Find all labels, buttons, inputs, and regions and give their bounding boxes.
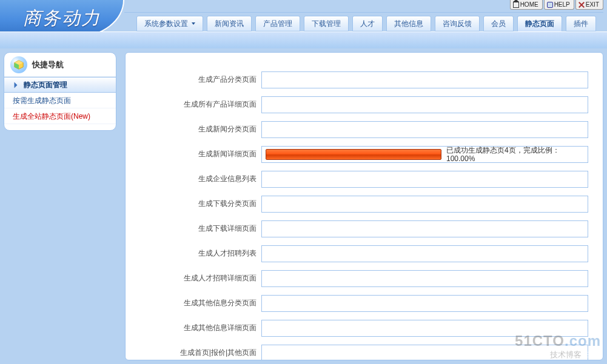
gen-row-label: 生成新闻详细页面 bbox=[140, 142, 261, 167]
tab-label: 咨询反馈 bbox=[443, 16, 472, 31]
gen-row-field[interactable] bbox=[261, 295, 588, 312]
gen-row-field[interactable] bbox=[261, 96, 588, 113]
gen-row-field[interactable] bbox=[261, 270, 588, 287]
tab-label: 其他信息 bbox=[394, 16, 423, 31]
generate-table: 生成产品分类页面生成所有产品详细页面生成新闻分类页面生成新闻详细页面已成功生成静… bbox=[140, 67, 588, 360]
sidebar-item-1[interactable]: 按需生成静态页面 bbox=[4, 93, 116, 108]
util-buttons: HOME HELP EXIT bbox=[510, 0, 603, 11]
sidebar-item-0[interactable]: 静态页面管理 bbox=[4, 77, 116, 93]
gen-row-1: 生成所有产品详细页面 bbox=[140, 92, 588, 117]
menu-bar-bg bbox=[0, 31, 607, 48]
tab-label: 静态页面 bbox=[525, 16, 554, 31]
gen-row-field-cell bbox=[261, 216, 588, 241]
main-panel: 生成产品分类页面生成所有产品详细页面生成新闻分类页面生成新闻详细页面已成功生成静… bbox=[125, 52, 603, 360]
gen-row-field-cell bbox=[261, 67, 588, 92]
tab-4[interactable]: 人才 bbox=[352, 16, 383, 31]
gen-row-label: 生成所有产品详细页面 bbox=[140, 92, 261, 117]
gen-row-label: 生成产品分类页面 bbox=[140, 67, 261, 92]
gen-row-field[interactable] bbox=[261, 71, 588, 88]
tab-label: 插件 bbox=[574, 16, 588, 31]
gen-row-label: 生成企业信息列表 bbox=[140, 167, 261, 191]
gen-row-field-cell bbox=[261, 191, 588, 216]
gen-row-field[interactable] bbox=[261, 320, 588, 337]
exit-label: EXIT bbox=[586, 1, 599, 9]
progress-bar bbox=[266, 149, 441, 160]
gen-row-label: 生成首页|报价|其他页面 bbox=[140, 340, 261, 360]
gen-row-label: 生成其他信息分类页面 bbox=[140, 291, 261, 316]
gen-row-field[interactable] bbox=[261, 196, 588, 213]
tab-0[interactable]: 系统参数设置 bbox=[136, 16, 203, 31]
gen-row-field[interactable] bbox=[261, 345, 588, 360]
gen-row-3: 生成新闻详细页面已成功生成静态页4页，完成比例：100.00% bbox=[140, 142, 588, 167]
exit-button[interactable]: EXIT bbox=[575, 0, 603, 10]
gen-row-label: 生成下载分类页面 bbox=[140, 191, 261, 216]
gen-row-field-cell: 已成功生成静态页4页，完成比例：100.00% bbox=[261, 142, 588, 167]
gen-row-5: 生成下载分类页面 bbox=[140, 191, 588, 216]
main-scroll[interactable]: 生成产品分类页面生成所有产品详细页面生成新闻分类页面生成新闻详细页面已成功生成静… bbox=[126, 53, 603, 360]
tab-label: 人才 bbox=[360, 16, 375, 31]
tab-7[interactable]: 会员 bbox=[483, 16, 514, 31]
tab-5[interactable]: 其他信息 bbox=[386, 16, 431, 31]
chevron-right-icon bbox=[13, 84, 20, 87]
help-label: HELP bbox=[554, 1, 570, 9]
gen-row-4: 生成企业信息列表 bbox=[140, 167, 588, 191]
sidebar-title: 快捷导航 bbox=[32, 59, 64, 70]
gen-row-field-cell bbox=[261, 117, 588, 142]
sidebar-items: 静态页面管理按需生成静态页面生成全站静态页面(New) bbox=[4, 77, 116, 124]
main-tabs: 系统参数设置新闻资讯产品管理下载管理人才其他信息咨询反馈会员静态页面插件 bbox=[124, 12, 603, 31]
tab-label: 新闻资讯 bbox=[215, 16, 244, 31]
tab-3[interactable]: 下载管理 bbox=[304, 16, 349, 31]
app-title: 商务动力 bbox=[23, 6, 101, 31]
gen-row-field[interactable]: 已成功生成静态页4页，完成比例：100.00% bbox=[261, 146, 588, 163]
gen-row-0: 生成产品分类页面 bbox=[140, 67, 588, 92]
home-button[interactable]: HOME bbox=[510, 0, 543, 10]
sidebar: 快捷导航 静态页面管理按需生成静态页面生成全站静态页面(New) bbox=[4, 52, 116, 131]
gen-row-field-cell bbox=[261, 340, 588, 360]
sidebar-item-label: 生成全站静态页面(New) bbox=[13, 108, 90, 124]
gen-row-field-cell bbox=[261, 316, 588, 340]
sidebar-pad bbox=[4, 124, 116, 130]
gen-row-label: 生成下载详细页面 bbox=[140, 216, 261, 241]
gen-row-label: 生成人才招聘详细页面 bbox=[140, 266, 261, 291]
gen-row-field[interactable] bbox=[261, 121, 588, 138]
gen-row-field-cell bbox=[261, 167, 588, 191]
tab-6[interactable]: 咨询反馈 bbox=[435, 16, 480, 31]
home-icon bbox=[513, 2, 519, 8]
tab-8[interactable]: 静态页面 bbox=[517, 16, 562, 31]
chevron-down-icon bbox=[192, 22, 195, 25]
gen-row-label: 生成新闻分类页面 bbox=[140, 117, 261, 142]
tab-9[interactable]: 插件 bbox=[566, 16, 596, 31]
help-button[interactable]: HELP bbox=[544, 0, 574, 10]
quicknav-icon bbox=[10, 56, 27, 73]
gen-row-field-cell bbox=[261, 291, 588, 316]
tab-label: 会员 bbox=[491, 16, 506, 31]
progress-status: 已成功生成静态页4页，完成比例：100.00% bbox=[446, 146, 584, 163]
topbar: HOME HELP EXIT 商务动力 系统参数设置新闻资讯产品管理下载管理人才… bbox=[0, 0, 607, 48]
gen-row-2: 生成新闻分类页面 bbox=[140, 117, 588, 142]
tab-label: 下载管理 bbox=[312, 16, 341, 31]
tab-label: 产品管理 bbox=[263, 16, 292, 31]
gen-row-8: 生成人才招聘详细页面 bbox=[140, 266, 588, 291]
gen-row-field-cell bbox=[261, 266, 588, 291]
gen-row-11: 生成首页|报价|其他页面 bbox=[140, 340, 588, 360]
gen-row-field-cell bbox=[261, 92, 588, 117]
gen-row-field[interactable] bbox=[261, 220, 588, 237]
gen-row-7: 生成人才招聘列表 bbox=[140, 241, 588, 266]
home-label: HOME bbox=[520, 1, 538, 9]
gen-row-10: 生成其他信息详细页面 bbox=[140, 316, 588, 340]
help-icon bbox=[547, 2, 553, 8]
tab-1[interactable]: 新闻资讯 bbox=[207, 16, 252, 31]
tab-label: 系统参数设置 bbox=[144, 16, 188, 31]
gen-row-6: 生成下载详细页面 bbox=[140, 216, 588, 241]
gen-row-9: 生成其他信息分类页面 bbox=[140, 291, 588, 316]
sidebar-item-label: 静态页面管理 bbox=[24, 77, 67, 93]
exit-icon bbox=[578, 2, 585, 8]
gen-row-field-cell bbox=[261, 241, 588, 266]
sidebar-header: 快捷导航 bbox=[4, 53, 116, 77]
sidebar-item-label: 按需生成静态页面 bbox=[13, 93, 71, 108]
gen-row-label: 生成人才招聘列表 bbox=[140, 241, 261, 266]
gen-row-field[interactable] bbox=[261, 245, 588, 262]
gen-row-field[interactable] bbox=[261, 171, 588, 188]
tab-2[interactable]: 产品管理 bbox=[255, 16, 300, 31]
sidebar-item-2[interactable]: 生成全站静态页面(New) bbox=[4, 108, 116, 124]
